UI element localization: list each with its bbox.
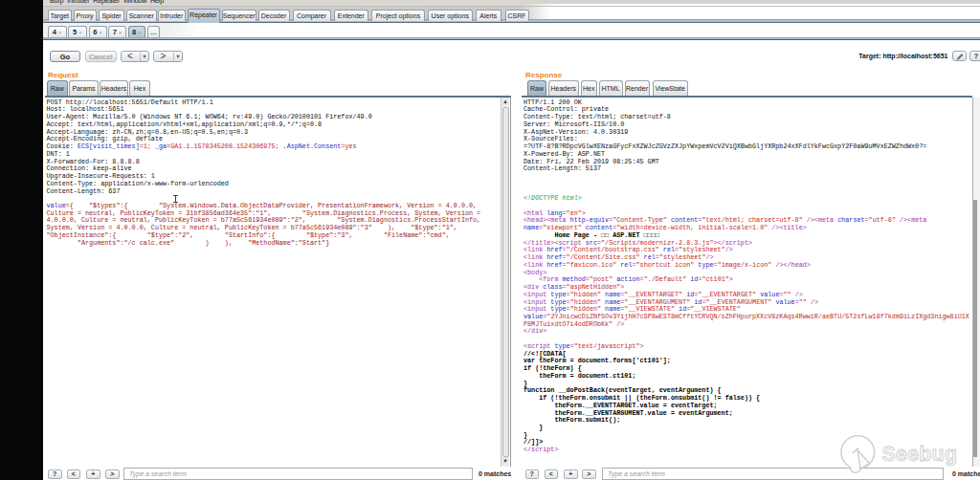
svg-text:Seebug: Seebug <box>882 443 958 466</box>
